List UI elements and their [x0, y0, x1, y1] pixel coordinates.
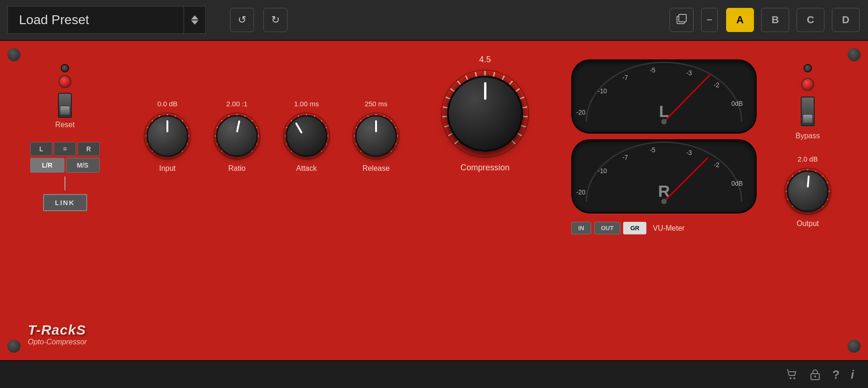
compression-knob[interactable] [447, 76, 523, 152]
lock-button[interactable] [809, 368, 821, 381]
cart-button[interactable] [785, 368, 798, 381]
svg-line-60 [448, 133, 453, 136]
bypass-light [801, 78, 814, 91]
input-knob-indicator [166, 120, 168, 132]
bypass-toggle-handle [803, 114, 813, 123]
svg-line-98 [664, 158, 708, 202]
release-knob-group: 250 ms [351, 100, 402, 173]
compression-knob-container [439, 67, 531, 160]
ratio-knob-group: 2.00 :1 [211, 100, 262, 173]
svg-line-70 [493, 72, 494, 77]
input-value: 0.0 dB [157, 100, 177, 108]
slot-b-button[interactable]: B [761, 8, 789, 32]
info-button[interactable]: i [851, 368, 854, 382]
channel-eq-button[interactable]: = [54, 142, 76, 156]
release-knob[interactable] [355, 115, 397, 157]
input-label: Input [159, 164, 176, 173]
svg-line-74 [520, 97, 524, 99]
svg-line-62 [442, 116, 447, 117]
attack-knob-group: 1.00 ms [281, 100, 332, 173]
svg-line-76 [523, 116, 528, 117]
brand-name: T-RackS [28, 322, 87, 338]
svg-text:0dB: 0dB [731, 180, 743, 187]
attack-value: 1.00 ms [294, 100, 319, 108]
input-knob[interactable] [147, 115, 188, 157]
slot-a-button[interactable]: A [726, 8, 754, 32]
bypass-toggle[interactable] [801, 97, 815, 126]
svg-line-68 [475, 72, 476, 77]
screw-tr [848, 48, 861, 61]
link-divider [64, 176, 65, 190]
input-knob-container [142, 110, 193, 162]
screw-tl [7, 48, 20, 61]
link-button[interactable]: LINK [43, 194, 87, 211]
attack-knob-indicator [295, 122, 302, 134]
undo-button[interactable]: ↺ [230, 8, 254, 32]
release-knob-container [351, 110, 402, 162]
vu-meter-label: VU-Meter [653, 224, 684, 233]
slot-d-button[interactable]: D [832, 8, 860, 32]
attack-label: Attack [296, 164, 317, 173]
svg-text:-5: -5 [650, 147, 656, 154]
redo-icon: ↻ [271, 14, 280, 26]
power-light [58, 75, 71, 88]
redo-button[interactable]: ↻ [263, 8, 287, 32]
reset-toggle[interactable] [58, 93, 72, 118]
plugin-area: Reset L = R L/R M/S LINK T-RackS Opto-Co… [0, 41, 868, 360]
small-indicator [61, 64, 69, 72]
svg-text:-10: -10 [598, 88, 607, 95]
bypass-label: Bypass [796, 132, 820, 140]
compression-value: 4.5 [479, 55, 491, 65]
release-label: Release [363, 164, 390, 173]
svg-text:-3: -3 [686, 70, 692, 77]
ratio-knob-container [211, 110, 262, 162]
lr-mode-button[interactable]: L/R [30, 158, 64, 173]
ratio-label: Ratio [228, 164, 245, 173]
svg-text:-2: -2 [714, 82, 719, 89]
preset-up-arrow [191, 15, 198, 19]
slot-c-button[interactable]: C [797, 8, 824, 32]
vu-section: -20 -10 -7 -5 -3 -2 0dB L [557, 55, 761, 239]
vu-l-svg: -20 -10 -7 -5 -3 -2 0dB L [573, 61, 755, 132]
channel-l-button[interactable]: L [30, 142, 52, 156]
channel-matrix: L = R [30, 142, 100, 156]
svg-point-89 [661, 119, 667, 124]
vu-mode-in-button[interactable]: IN [571, 222, 591, 234]
svg-text:-5: -5 [650, 67, 656, 74]
svg-text:-7: -7 [622, 74, 628, 81]
channel-r-button[interactable]: R [77, 142, 100, 156]
output-label: Output [797, 220, 819, 228]
attack-knob-container [281, 110, 332, 162]
brand: T-RackS Opto-Compressor [28, 322, 87, 346]
output-knob[interactable] [787, 170, 829, 212]
svg-text:-3: -3 [686, 149, 692, 156]
top-bar: Load Preset ↺ ↻ − A B C D [0, 0, 868, 41]
svg-point-114 [790, 377, 791, 379]
ratio-knob[interactable] [216, 115, 258, 157]
vu-mode-gr-button[interactable]: GR [623, 222, 646, 234]
vu-mode-out-button[interactable]: OUT [594, 222, 620, 234]
minus-button[interactable]: − [701, 8, 718, 32]
copy-icon [675, 13, 688, 28]
help-button[interactable]: ? [832, 368, 840, 382]
svg-line-72 [510, 81, 512, 85]
svg-rect-1 [679, 14, 686, 22]
copy-button[interactable] [670, 8, 694, 32]
release-knob-indicator [375, 120, 377, 132]
ms-mode-button[interactable]: M/S [66, 158, 100, 173]
preset-name[interactable]: Load Preset [7, 6, 184, 34]
left-section: Reset L = R L/R M/S LINK T-RackS Opto-Co… [14, 55, 116, 211]
preset-arrows[interactable] [184, 6, 206, 34]
compression-knob-indicator [484, 82, 486, 100]
svg-text:-2: -2 [714, 162, 719, 168]
svg-line-66 [458, 81, 460, 85]
svg-line-88 [664, 75, 710, 122]
bottom-bar: ? i [0, 360, 868, 388]
input-knob-group: 0.0 dB [142, 100, 193, 173]
screw-br [848, 340, 861, 353]
vu-r-svg: -20 -10 -7 -5 -3 -2 0dB R [573, 141, 755, 212]
vu-mode-row: IN OUT GR VU-Meter [571, 222, 757, 234]
output-knob-container [782, 166, 833, 217]
mode-row: L/R M/S [30, 158, 100, 173]
attack-knob[interactable] [286, 115, 327, 157]
